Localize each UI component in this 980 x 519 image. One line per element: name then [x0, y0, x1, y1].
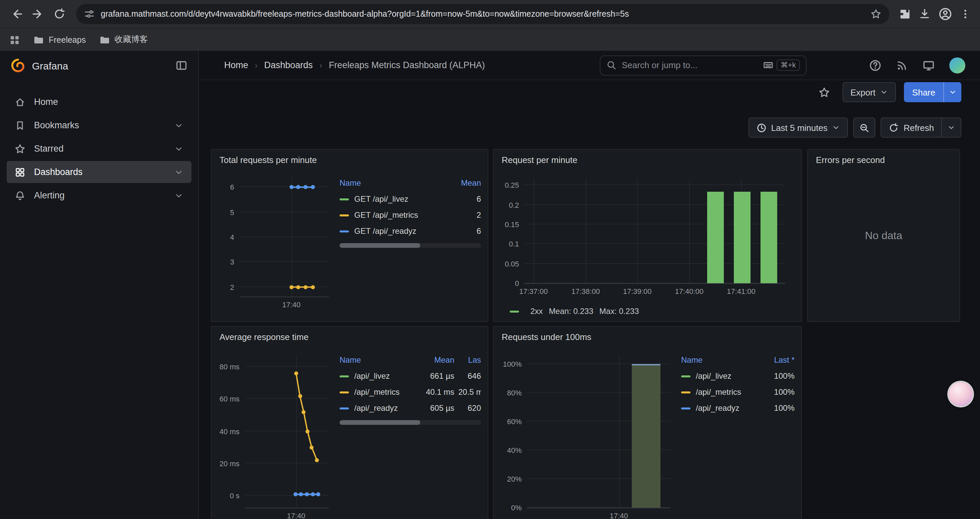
refresh-interval-button[interactable]	[941, 118, 961, 137]
y-axis-label: 60 ms	[218, 395, 240, 404]
y-axis-label: 0.1	[498, 240, 519, 249]
sidebar-item-dashboards[interactable]: Dashboards	[7, 161, 191, 183]
browser-menu-icon[interactable]	[960, 9, 970, 19]
legend-scrollbar[interactable]	[340, 243, 481, 248]
average-response-time-chart[interactable]: 80 ms60 ms40 ms20 ms0 s17:40	[245, 355, 329, 508]
legend[interactable]: 2xx Mean: 0.233 Max: 0.233	[510, 307, 639, 316]
downloads-icon[interactable]	[919, 8, 931, 20]
legend-table: Name Mean GET /api/_livez 6 GET /api/_me…	[340, 170, 481, 316]
total-requests-chart[interactable]: 6543217:40	[240, 178, 329, 297]
profile-icon[interactable]	[939, 7, 952, 21]
legend-header-name[interactable]: Name	[340, 355, 410, 365]
panel-request-per-minute: Request per minute 0.250.20.150.10.05017…	[493, 149, 802, 322]
sidebar-item-starred[interactable]: Starred	[7, 137, 191, 160]
legend-row[interactable]: /api/_metrics 40.1 ms 20.5 m	[340, 384, 481, 400]
extensions-icon[interactable]	[899, 8, 911, 20]
legend-row[interactable]: /api/_metrics 100%	[681, 384, 795, 400]
grafana-logo[interactable]	[11, 58, 25, 73]
legend-scrollbar[interactable]	[340, 420, 481, 425]
legend-row[interactable]: GET /api/_metrics 2	[340, 207, 481, 223]
series-color-swatch	[340, 214, 349, 216]
series-color-swatch	[340, 375, 349, 377]
chevron-down-icon	[880, 88, 888, 96]
news-rss-icon[interactable]	[896, 59, 908, 71]
panel-title[interactable]: Request per minute	[494, 150, 801, 170]
chevron-down-icon	[174, 167, 183, 177]
x-axis-label: 17:41:00	[727, 287, 756, 295]
export-button[interactable]: Export	[842, 82, 896, 102]
floating-avatar-extension[interactable]	[949, 382, 973, 406]
y-axis-label: 80 ms	[218, 363, 240, 372]
url-bar[interactable]: grafana.mathmast.com/d/deytv4rwavabkb/fr…	[76, 4, 889, 24]
legend-header-last[interactable]: Las	[458, 355, 481, 365]
star-icon	[15, 143, 25, 154]
series-point	[305, 429, 310, 433]
monitor-icon[interactable]	[923, 59, 935, 71]
chart-bar	[760, 192, 777, 283]
user-avatar[interactable]	[949, 57, 965, 73]
request-per-minute-chart[interactable]: 0.250.20.150.10.05017:37:0017:38:0017:39…	[524, 179, 785, 284]
sidebar-nav: Home Bookmarks Starred Dashboards	[0, 80, 198, 217]
series-point	[298, 394, 302, 398]
y-axis-label: 40 ms	[218, 427, 240, 436]
legend-header-last[interactable]: Last *	[764, 355, 795, 365]
v-gridline	[689, 179, 690, 283]
legend-header-name[interactable]: Name	[340, 178, 446, 188]
legend-mean-stat: Mean: 0.233	[549, 307, 593, 316]
breadcrumb-home[interactable]: Home	[224, 60, 248, 70]
apps-grid-icon[interactable]	[10, 34, 20, 45]
panel-title[interactable]: Requests under 100ms	[494, 327, 801, 347]
favorite-star-button[interactable]	[814, 82, 834, 102]
legend-row[interactable]: /api/_livez 100%	[681, 368, 795, 384]
zoom-out-button[interactable]	[854, 118, 876, 137]
sidebar-item-label: Home	[34, 97, 58, 107]
url-text[interactable]: grafana.mathmast.com/d/deytv4rwavabkb/fr…	[101, 10, 865, 19]
collapse-sidebar-icon[interactable]	[175, 59, 188, 72]
scrollbar-thumb[interactable]	[340, 420, 420, 425]
breadcrumb-separator: ›	[320, 61, 322, 70]
sidebar-item-bookmarks[interactable]: Bookmarks	[7, 114, 191, 136]
y-axis-label: 5	[213, 208, 234, 217]
share-menu-button[interactable]	[943, 82, 961, 102]
legend-row[interactable]: GET /api/_readyz 6	[340, 223, 481, 239]
bookmark-star-icon[interactable]	[870, 9, 881, 19]
x-axis-label: 17:39:00	[623, 287, 652, 295]
bookmark-icon	[15, 120, 25, 131]
bookmark-folder-freeleaps[interactable]: Freeleaps	[33, 34, 86, 45]
v-gridline	[533, 179, 534, 283]
legend-header-name[interactable]: Name	[681, 355, 760, 365]
legend-row[interactable]: /api/_readyz 100%	[681, 400, 795, 416]
panel-title[interactable]: Total requests per minute	[212, 150, 488, 170]
legend-row[interactable]: /api/_livez 661 µs 646	[340, 368, 481, 384]
breadcrumb-dashboards[interactable]: Dashboards	[264, 60, 313, 70]
legend-row[interactable]: GET /api/_livez 6	[340, 191, 481, 207]
search-input[interactable]: Search or jump to... ⌘+k	[600, 55, 807, 75]
bookmark-folder-blogs[interactable]: 收藏博客	[99, 34, 148, 45]
grafana-header: Home › Dashboards › Freeleaps Metrics Da…	[199, 51, 980, 80]
y-axis-label: 20 ms	[218, 459, 240, 468]
forward-button[interactable]	[28, 4, 48, 24]
site-settings-icon[interactable]	[84, 9, 95, 19]
legend-table: Name Mean Las /api/_livez 661 µs 646 /ap…	[340, 347, 481, 519]
share-button[interactable]: Share	[904, 82, 961, 102]
legend-table: Name Last * /api/_livez 100% /api/_metri…	[681, 347, 795, 519]
panel-title[interactable]: Average response time	[212, 327, 488, 347]
y-axis-label: 2	[213, 283, 234, 292]
v-gridline	[619, 355, 619, 508]
legend-row[interactable]: /api/_readyz 605 µs 620	[340, 400, 481, 416]
time-range-picker[interactable]: Last 5 minutes	[749, 118, 848, 137]
reload-button[interactable]	[49, 4, 69, 24]
sidebar-item-home[interactable]: Home	[7, 91, 191, 113]
requests-under-100ms-chart[interactable]: 100%80%60%40%20%0%17:40	[527, 355, 670, 508]
sidebar-item-alerting[interactable]: Alerting	[7, 184, 191, 206]
toolbar-actions	[896, 7, 973, 21]
legend-series-label[interactable]: 2xx	[530, 307, 543, 316]
legend-header-mean[interactable]: Mean	[414, 355, 454, 365]
scrollbar-thumb[interactable]	[340, 243, 420, 248]
browser-toolbar: grafana.mathmast.com/d/deytv4rwavabkb/fr…	[0, 0, 980, 28]
help-icon[interactable]	[869, 59, 881, 71]
series-color-swatch	[510, 310, 519, 312]
legend-header-mean[interactable]: Mean	[450, 178, 481, 188]
back-button[interactable]	[7, 4, 27, 24]
refresh-button[interactable]: Refresh	[881, 118, 961, 137]
